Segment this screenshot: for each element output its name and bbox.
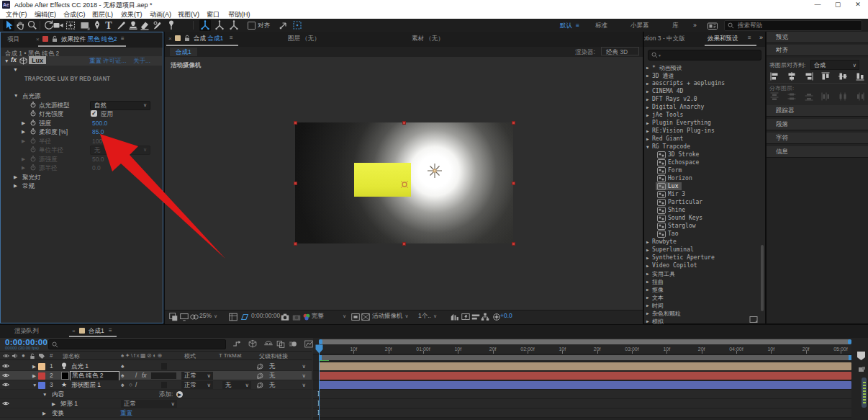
playhead[interactable] [315, 344, 323, 354]
shy-guy-icon[interactable] [263, 339, 274, 349]
expander-icon[interactable]: ▶ [646, 247, 649, 252]
panel-header-info[interactable]: 信息 [767, 146, 868, 158]
parent-column[interactable]: 父级和链接 [259, 352, 288, 360]
local-axis-mode-icon[interactable] [199, 19, 211, 31]
trkmat-column[interactable]: T TrkMat [219, 352, 241, 359]
selection-handle[interactable] [402, 242, 406, 246]
rect-row[interactable]: ▶矩形 1正常∨ [0, 399, 312, 408]
workspace-3[interactable]: 库 [672, 22, 679, 30]
layer-expander-icon[interactable]: ▼ [32, 383, 37, 388]
panel-header-tracker[interactable]: 跟踪器 [767, 105, 868, 117]
align-right-button[interactable] [804, 71, 814, 83]
eye-icon[interactable] [2, 372, 9, 378]
resolution-dropdown[interactable]: 完整∨ [312, 312, 346, 321]
puppet-pin-tool-icon[interactable] [166, 19, 177, 31]
tab-footage[interactable]: 素材 （无） [412, 35, 444, 43]
close-button[interactable]: ✕ [848, 0, 868, 9]
point-light-icon[interactable] [425, 161, 444, 180]
effect-param-10[interactable]: ▶常规 [1, 182, 162, 191]
workspace-0[interactable]: 默认 [560, 22, 572, 30]
stopwatch-icon[interactable] [30, 146, 36, 153]
tab-project[interactable]: 项目 [7, 35, 19, 44]
comp-mini-flowchart-icon[interactable] [232, 339, 243, 349]
comp-flag-tab[interactable]: 合成1 [170, 48, 197, 56]
param-expander-icon[interactable]: ▶ [22, 138, 25, 144]
blend-mode-dropdown[interactable]: 正常∨ [181, 372, 213, 380]
effects-category-dft-rays-v2-0[interactable]: ▶DFT Rays v2.0 [644, 95, 761, 103]
workspace-overflow[interactable]: » [693, 22, 697, 29]
timeline-search-input[interactable] [48, 339, 226, 349]
parent-dropdown[interactable]: 无∨ [266, 381, 308, 389]
renderer-value[interactable]: 经典 3D [601, 47, 639, 55]
time-ruler[interactable]: 0f10f20f01:00f10f20f02:00f10f20f03:00f10… [313, 344, 851, 354]
tab-effects-presets[interactable]: 效果和预设 [707, 35, 738, 43]
effects-plugin-lux[interactable]: Lux [644, 182, 761, 190]
param-value[interactable]: 50.0 [92, 156, 104, 163]
effect-header-row[interactable]: ▼ fx Lux 重置 许可证... 关于... [1, 56, 162, 66]
minimize-button[interactable]: — [808, 0, 828, 9]
layer-label-chip[interactable] [38, 363, 45, 370]
align-top-button[interactable] [820, 71, 831, 83]
parent-pickwhip-icon[interactable] [257, 372, 263, 379]
effects-category--[interactable]: ▶实用工具 [644, 269, 761, 277]
workspace-2[interactable]: 小屏幕 [630, 22, 649, 30]
effects-category--[interactable]: ▶* 动画预设 [644, 63, 761, 71]
eye-icon[interactable] [2, 363, 9, 369]
group-expander-icon[interactable]: ▶ [14, 174, 17, 180]
group-expander-icon[interactable]: ▶ [14, 183, 17, 189]
effect-param-1[interactable]: 点光源模型自然∨ [1, 101, 162, 110]
snapshot-icon[interactable] [280, 312, 290, 322]
param-value[interactable]: 500.0 [92, 120, 107, 127]
group-expander-icon[interactable]: ▼ [42, 392, 47, 397]
quality-slash[interactable]: / [135, 372, 137, 379]
camera-tool-icon[interactable] [53, 19, 64, 31]
pan-behind-tool-icon[interactable] [65, 19, 76, 31]
layer-row-3[interactable]: ▼3★形状图层 1♠○/正常∨无∨无∨ [0, 380, 312, 390]
tab-render-queue[interactable]: 渲染队列 [14, 327, 39, 336]
dist-right-button[interactable] [855, 91, 865, 103]
layer-duration-bar[interactable] [319, 381, 851, 389]
effect-param-7[interactable]: ▶源强度50.0 [1, 155, 162, 164]
effect-param-5[interactable]: ▶半径100.0 [1, 137, 162, 146]
panel-menu-icon[interactable]: ≡ [109, 327, 112, 334]
expander-icon[interactable]: ▶ [646, 303, 649, 308]
tab-timeline-comp[interactable]: 合成1 [89, 327, 104, 336]
effects-category--[interactable]: ▶模拟 [644, 317, 761, 325]
quality-slash[interactable]: / [135, 381, 137, 388]
draft-3d-icon[interactable] [248, 339, 258, 349]
parent-pickwhip-icon[interactable] [257, 382, 263, 388]
layer-row-2[interactable]: ▶2黑色 纯色 2♠/fx正常∨无∨ [0, 371, 312, 380]
workspace-switcher-icon[interactable] [707, 20, 718, 32]
region-of-interest-icon[interactable] [351, 312, 361, 322]
panel-menu-icon[interactable]: ≡ [230, 35, 233, 41]
effects-plugin-shine[interactable]: Shine [644, 206, 761, 214]
expander-icon[interactable]: ▶ [646, 89, 649, 94]
effects-scrollbar[interactable] [761, 245, 764, 311]
effect-license-link[interactable]: 许可证... [103, 57, 127, 66]
align-bottom-button[interactable] [855, 71, 865, 83]
expander-icon[interactable]: ▶ [646, 97, 649, 102]
expander-icon[interactable]: ▶ [646, 73, 649, 78]
effects-category--[interactable]: ▶杂色和颗粒 [644, 309, 761, 317]
param-value[interactable]: 85.0 [92, 128, 104, 135]
stopwatch-icon[interactable] [30, 128, 36, 135]
time-navigator[interactable] [319, 339, 851, 344]
selection-handle[interactable] [512, 242, 515, 246]
effects-category-rowbyte[interactable]: ▶Rowbyte [644, 238, 761, 246]
align-left-button[interactable] [769, 71, 779, 83]
quality-switch[interactable]: ♠ [121, 381, 125, 388]
effects-category-superluminal[interactable]: ▶Superluminal [644, 246, 761, 254]
stopwatch-icon[interactable] [30, 120, 36, 126]
comp-marker-bin-icon[interactable] [856, 351, 866, 361]
effect-param-9[interactable]: ▶聚光灯 [1, 173, 162, 182]
tab-layer[interactable]: 图层 （无） [288, 35, 320, 43]
effect-param-4[interactable]: ▶柔和度 [%]85.0 [1, 128, 162, 137]
search-dropdown-arrow[interactable]: ▾ [659, 53, 661, 58]
effects-category-red-giant[interactable]: ▶Red Giant [644, 135, 761, 143]
layer-label-chip[interactable] [38, 372, 45, 380]
effects-category--[interactable]: ▶文本 [644, 293, 761, 301]
effects-category-aescripts-aeplugins[interactable]: ▶aescripts + aeplugins [644, 79, 761, 87]
lock-icon[interactable] [184, 35, 190, 42]
effects-category-jae-tools[interactable]: ▶jAe Tools [644, 111, 761, 119]
param-dropdown[interactable]: 无∨ [90, 146, 150, 155]
